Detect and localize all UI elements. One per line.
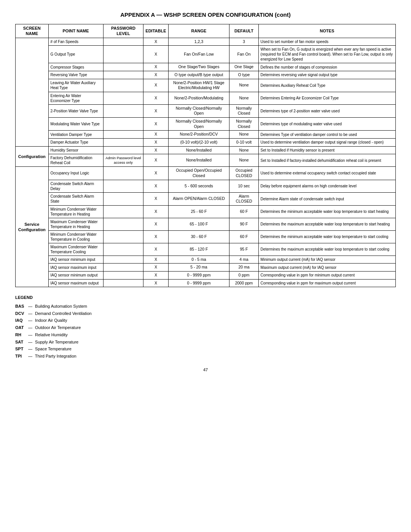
legend-item: SAT— Supply Air Temperature xyxy=(15,339,396,346)
editable-cell: X xyxy=(143,131,168,139)
table-row: IAQ sensor maximum inputX5 - 20 ma20 maM… xyxy=(16,264,396,272)
col-screen-name: SCREEN NAME xyxy=(16,24,49,38)
table-row: Leaving Air Water Auxiliary Heat TypeXNo… xyxy=(16,79,396,92)
point-name-cell: G Output Type xyxy=(48,46,103,63)
default-cell: 95 F xyxy=(229,243,258,256)
point-name-cell: Minimum Condenser Water Temperature in H… xyxy=(48,205,103,218)
default-cell: 20 ma xyxy=(229,264,258,272)
editable-cell: X xyxy=(143,218,168,230)
legend-dash: — xyxy=(28,324,32,331)
password-cell xyxy=(103,46,143,63)
default-cell: 3 xyxy=(229,38,258,46)
table-row: # of Fan SpeedsX1,2,33Used to set number… xyxy=(16,38,396,46)
notes-cell: Determines the minimum acceptable water … xyxy=(258,205,395,218)
password-cell xyxy=(103,272,143,280)
legend-desc: Space Temperature xyxy=(34,345,72,353)
editable-cell: X xyxy=(143,205,168,218)
table-row: IAQ sensor minimum outputX0 - 9999 ppm0 … xyxy=(16,272,396,280)
col-notes: NOTES xyxy=(258,24,395,38)
notes-cell: Delay before equipment alarms on high co… xyxy=(258,180,395,192)
password-cell xyxy=(103,71,143,79)
table-row: Minimum Condenser Water Temperature in C… xyxy=(16,230,396,243)
password-cell: Admin Password level access only xyxy=(103,154,143,167)
editable-cell: X xyxy=(143,230,168,243)
legend-abbr: TPI xyxy=(15,353,27,360)
point-name-cell: Damper Actuator Type xyxy=(48,139,103,147)
password-cell xyxy=(103,38,143,46)
editable-cell: X xyxy=(143,154,168,167)
table-row: Maximum Condenser Water Temperature in H… xyxy=(16,218,396,230)
table-row: IAQ sensor minimum inputX0 - 5 ma4 maMin… xyxy=(16,256,396,264)
default-cell: None xyxy=(229,131,258,139)
table-row: Condensate Switch Alarm DelayX5 - 600 se… xyxy=(16,180,396,192)
range-cell: Alarm OPEN/Alarm CLOSED xyxy=(168,192,229,205)
page-title: APPENDIX A — WSHP SCREEN OPEN CONFIGURAT… xyxy=(15,11,396,18)
point-name-cell: Reversing Valve Type xyxy=(48,71,103,79)
legend-desc: Building Automation System xyxy=(34,303,87,310)
editable-cell: X xyxy=(143,38,168,46)
legend-item: TPI— Third Party Integration xyxy=(15,353,396,360)
range-cell: 25 - 60 F xyxy=(168,205,229,218)
point-name-cell: Modulating Water Valve Type xyxy=(48,118,103,131)
table-row: Ventilation Damper TypeXNone/2-Position/… xyxy=(16,131,396,139)
default-cell: 0 ppm xyxy=(229,272,258,280)
legend-abbr: BAS xyxy=(15,303,27,310)
point-name-cell: Humidity Sensor xyxy=(48,146,103,154)
table-row: G Output TypeXFan On/Fan LowFan OnWhen s… xyxy=(16,46,396,63)
default-cell: 4 ma xyxy=(229,256,258,264)
password-cell xyxy=(103,256,143,264)
screen-name-cell: ServiceConfiguration xyxy=(16,167,49,287)
editable-cell: X xyxy=(143,146,168,154)
legend-dash: — xyxy=(28,310,32,317)
notes-cell: Determines type of 2-position water valv… xyxy=(258,104,395,117)
password-cell xyxy=(103,205,143,218)
password-cell xyxy=(103,230,143,243)
editable-cell: X xyxy=(143,63,168,71)
password-cell xyxy=(103,167,143,180)
default-cell: 60 F xyxy=(229,230,258,243)
range-cell: (0-10 volt)/(2-10 volt) xyxy=(168,139,229,147)
table-row: IAQ sensor maximum outputX0 - 9999 ppm20… xyxy=(16,279,396,287)
legend-abbr: SAT xyxy=(15,339,27,346)
range-cell: 5 - 20 ma xyxy=(168,264,229,272)
password-cell xyxy=(103,131,143,139)
default-cell: 60 F xyxy=(229,205,258,218)
notes-cell: Determines the maximum acceptable water … xyxy=(258,218,395,230)
default-cell: 90 F xyxy=(229,218,258,230)
point-name-cell: Ventilation Damper Type xyxy=(48,131,103,139)
range-cell: 1,2,3 xyxy=(168,38,229,46)
editable-cell: X xyxy=(143,192,168,205)
notes-cell: Set to Installed if Humidity sensor is p… xyxy=(258,146,395,154)
editable-cell: X xyxy=(143,264,168,272)
range-cell: 0 - 9999 ppm xyxy=(168,279,229,287)
point-name-cell: 2-Position Water Valve Type xyxy=(48,104,103,117)
notes-cell: Determines the minimum acceptable water … xyxy=(258,230,395,243)
range-cell: 0 - 5 ma xyxy=(168,256,229,264)
point-name-cell: IAQ sensor maximum output xyxy=(48,279,103,287)
range-cell: O type output/B type output xyxy=(168,71,229,79)
editable-cell: X xyxy=(143,118,168,131)
legend-abbr: RH xyxy=(15,331,27,339)
table-row: Factory Dehumidification Reheat CoilAdmi… xyxy=(16,154,396,167)
table-row: ServiceConfigurationOccupancy Input Logi… xyxy=(16,167,396,180)
legend-abbr: DCV xyxy=(15,310,27,317)
default-cell: 2000 ppm xyxy=(229,279,258,287)
editable-cell: X xyxy=(143,167,168,180)
range-cell: One Stage/Two Stages xyxy=(168,63,229,71)
point-name-cell: Minimum Condenser Water Temperature in C… xyxy=(48,230,103,243)
editable-cell: X xyxy=(143,92,168,104)
default-cell: Alarm CLOSED xyxy=(229,192,258,205)
point-name-cell: IAQ sensor minimum input xyxy=(48,256,103,264)
legend-item: IAQ— Indoor Air Quality xyxy=(15,317,396,324)
legend-dash: — xyxy=(28,345,32,353)
password-cell xyxy=(103,79,143,92)
legend-abbr: IAQ xyxy=(15,317,27,324)
notes-cell: Used to set number of fan motor speeds xyxy=(258,38,395,46)
password-cell xyxy=(103,118,143,131)
editable-cell: X xyxy=(143,79,168,92)
default-cell: 0-10 volt xyxy=(229,139,258,147)
range-cell: Normally Closed/Normally Open xyxy=(168,104,229,117)
range-cell: 65 - 100 F xyxy=(168,218,229,230)
password-cell xyxy=(103,92,143,104)
notes-cell: Determines type of modulating water valv… xyxy=(258,118,395,131)
